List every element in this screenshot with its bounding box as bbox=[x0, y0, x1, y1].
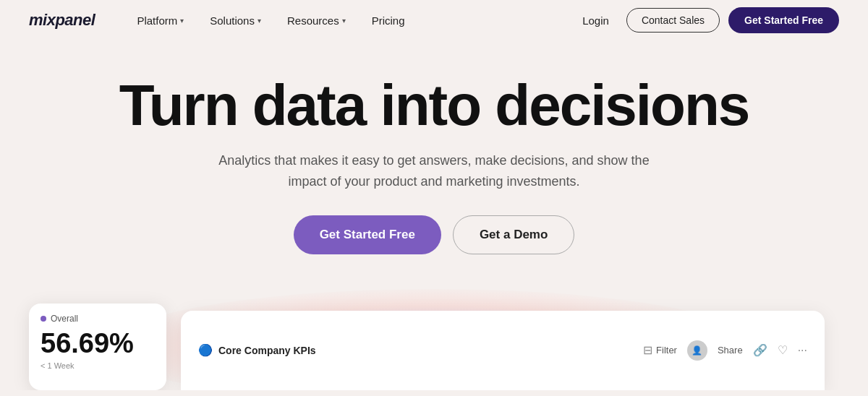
get-started-nav-button[interactable]: Get Started Free bbox=[728, 7, 839, 33]
dashboard-preview: Overall 56.69% < 1 Week 🔵 Core Company K… bbox=[0, 289, 868, 390]
filter-icon: ⊟ bbox=[643, 343, 652, 357]
get-demo-button[interactable]: Get a Demo bbox=[453, 215, 574, 254]
card-label: Overall bbox=[41, 314, 155, 324]
hero-subtitle: Analytics that makes it easy to get answ… bbox=[203, 150, 665, 192]
chevron-down-icon: ▾ bbox=[342, 17, 346, 25]
chevron-down-icon: ▾ bbox=[258, 17, 261, 25]
nav-item-pricing[interactable]: Pricing bbox=[359, 9, 418, 33]
hero-title: Turn data into decisions bbox=[29, 75, 839, 136]
dashboard-actions: ⊟ Filter 👤 Share 🔗 ♡ ··· bbox=[643, 340, 807, 361]
navigation: mixpanel Platform ▾ Solutions ▾ Resource… bbox=[0, 0, 868, 40]
nav-links: Platform ▾ Solutions ▾ Resources ▾ Prici… bbox=[124, 9, 574, 33]
avatar: 👤 bbox=[687, 340, 707, 361]
get-started-hero-button[interactable]: Get Started Free bbox=[294, 215, 441, 254]
login-button[interactable]: Login bbox=[574, 9, 618, 33]
nav-item-solutions[interactable]: Solutions ▾ bbox=[197, 9, 274, 33]
more-options-icon[interactable]: ··· bbox=[798, 344, 807, 357]
card-dot-icon bbox=[41, 316, 46, 322]
logo[interactable]: mixpanel bbox=[29, 11, 95, 30]
nav-item-platform[interactable]: Platform ▾ bbox=[124, 9, 197, 33]
share-button[interactable]: Share bbox=[718, 345, 743, 356]
hero-buttons: Get Started Free Get a Demo bbox=[29, 215, 839, 254]
filter-button[interactable]: ⊟ Filter bbox=[643, 343, 677, 357]
link-icon[interactable]: 🔗 bbox=[753, 343, 767, 357]
card-period: < 1 Week bbox=[41, 361, 155, 370]
dashboard-main-panel: 🔵 Core Company KPIs ⊟ Filter 👤 Share 🔗 ♡… bbox=[181, 311, 825, 390]
nav-right: Login Contact Sales Get Started Free bbox=[574, 7, 839, 33]
hero-section: Turn data into decisions Analytics that … bbox=[0, 40, 868, 254]
contact-sales-button[interactable]: Contact Sales bbox=[626, 8, 720, 33]
heart-icon[interactable]: ♡ bbox=[778, 343, 788, 357]
card-value: 56.69% bbox=[41, 330, 155, 357]
nav-item-resources[interactable]: Resources ▾ bbox=[274, 9, 359, 33]
chevron-down-icon: ▾ bbox=[180, 17, 184, 25]
kpi-card: Overall 56.69% < 1 Week bbox=[29, 304, 166, 390]
dashboard-icon: 🔵 bbox=[198, 343, 213, 357]
dashboard-title: 🔵 Core Company KPIs bbox=[198, 343, 643, 357]
